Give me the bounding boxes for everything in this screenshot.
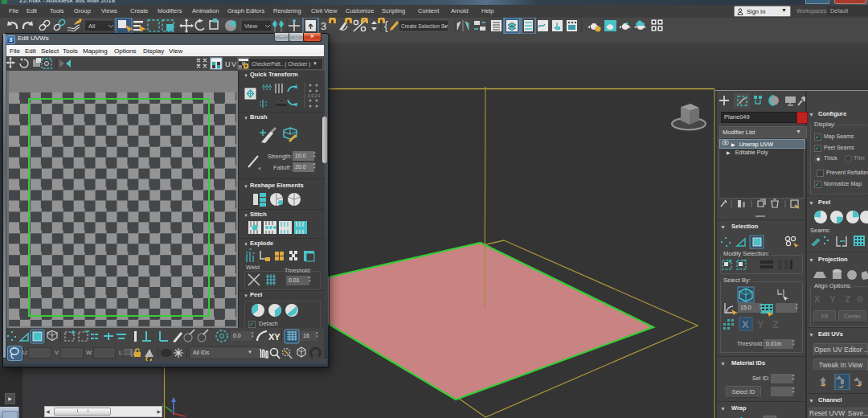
svg-text:3: 3 [321,20,326,32]
svg-text:{: { [384,19,388,32]
svg-text:Z: Z [772,318,779,330]
svg-text:X: X [742,318,749,330]
svg-text:0 0 2 0: 0 0 2 0 [308,93,321,98]
svg-text:Y: Y [757,318,764,330]
svg-text:Create Selection Se: Create Selection Se [401,23,448,29]
svg-text:UV: UV [225,60,238,68]
svg-text:View: View [244,23,258,30]
svg-text:XY: XY [268,332,280,342]
svg-text:All: All [88,23,96,30]
